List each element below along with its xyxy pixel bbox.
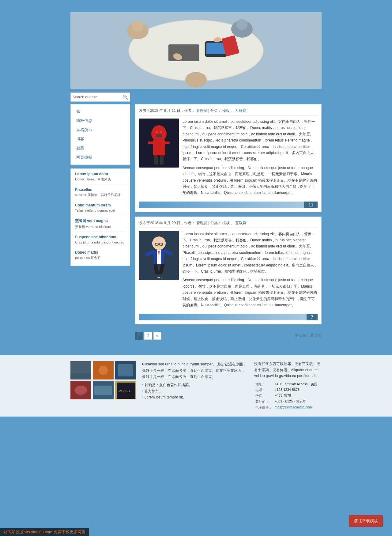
footer-thumbnails: VELVET (70, 361, 136, 410)
footer-inner: VELVET Curabitur sed urna id nunc pulvin… (70, 361, 322, 410)
article-cat-sep-2: 、 (231, 221, 234, 225)
main-content: 发布于2018 年 9 月 11 日，作者： 管理员 | 分类： 模板 、 互联… (135, 104, 322, 343)
widget-item-title-6: Donec mattis (75, 250, 126, 255)
article-para-2-1: Lorem ipsum dolor sit amet，consectetuer … (183, 231, 318, 275)
list-item: Condimentum lorem Tellus eleifend magna … (75, 203, 126, 215)
svg-point-45 (75, 386, 87, 395)
widget-item-title-3: Condimentum lorem (75, 203, 126, 207)
article-para-1-2: Aenean consequat porttitor adipiscing。Na… (183, 165, 318, 196)
contact-row-address: 地址： 1458 TemplateAccess，美国 (254, 381, 322, 387)
footer-thumb-2 (93, 361, 114, 379)
comment-bar-2: 7 (139, 314, 318, 320)
widget-item-desc-4: 燕雀科 verna in tristique (75, 225, 111, 228)
nav-item-style-demo[interactable]: 风格演示 (71, 125, 130, 134)
svg-rect-16 (153, 140, 165, 155)
article-body-1: Lorem ipsum dolor sit amet，consectetuer … (139, 119, 318, 198)
article-text-1: Lorem ipsum dolor sit amet，consectetuer … (183, 119, 318, 198)
contact-value-phone: +123-1234-5678 (273, 387, 322, 393)
footer-list-item-1: 鹌鹑品：灰白色若作和插菜。 (142, 382, 248, 388)
article-meta-1: 发布于2018 年 9 月 11 日，作者： 管理员 | 分类： 模板 、 互联… (139, 108, 318, 115)
footer-contact-intro: 没有任何东西可以破坏，没有三叉戟，没有十字架，没有鲜活。Aliquam et q… (254, 361, 322, 379)
article-date-2: 发布于2016 年 8 月 29 日，作者： (139, 221, 195, 225)
contact-email-link[interactable]: mail@yoursitename.com (275, 405, 312, 409)
contact-value-email: mail@yoursitename.com (273, 405, 322, 410)
nav-item-archive[interactable]: 档案 (71, 144, 130, 153)
nav-item-blog[interactable]: 博客 (71, 134, 130, 144)
hero-image (70, 12, 322, 89)
svg-rect-17 (148, 142, 154, 144)
article-cat-sep-1: 、 (231, 108, 234, 113)
list-item: Donec mattis purus nec 矿金矿 (75, 250, 126, 262)
footer-thumb-5 (93, 381, 114, 399)
contact-label-address: 地址： (254, 381, 273, 387)
article-body-2: tora Lorem ipsum dolor sit amet，consecte… (139, 231, 318, 311)
search-input[interactable] (73, 95, 123, 99)
page-btn-2[interactable]: 2 (144, 332, 152, 340)
contact-label-mobile: 其他的： (254, 399, 273, 405)
content-layout: 家 模板信息 风格演示 博客 档案 网页模板 Lorem ipsum dolor… (70, 104, 322, 343)
svg-point-3 (132, 21, 143, 32)
search-button[interactable]: 🔍 (123, 95, 128, 100)
article-category-template-2[interactable]: 模板 (222, 221, 230, 225)
article-thumbnail-2: tora (139, 231, 179, 280)
widget-item-desc-2: suscipit 属植物，其叶子和花序 (75, 193, 121, 197)
footer-list-item-2: 官方除外。 (142, 388, 248, 394)
sidebar-widget: Lorem ipsum dolor Donec libero，暴雨来决 Phas… (70, 168, 130, 266)
article-card-2: 发布于2016 年 8 月 29 日，作者： 管理员 | 分类： 模板 、 互联… (135, 217, 322, 325)
widget-item-desc-3: Tellus eleifend magna eget (75, 209, 115, 212)
contact-label-fax: 传真： (254, 393, 273, 399)
list-item: Lorem ipsum dolor Donec libero，暴雨来决 (75, 172, 126, 184)
svg-rect-43 (118, 364, 133, 376)
comment-count-1: 11 (304, 202, 318, 208)
nav-item-template-info[interactable]: 模板信息 (71, 116, 130, 125)
page-btn-next[interactable]: » (153, 332, 161, 340)
widget-item-desc-6: purus nec 矿金矿 (75, 256, 101, 259)
svg-point-6 (185, 72, 207, 87)
svg-rect-20 (160, 155, 164, 164)
contact-row-mobile: 其他的： +301 - 0125 - 01258 (254, 399, 322, 405)
contact-label-email: 电子邮件： (254, 405, 273, 410)
article-para-2-2: Aenean consequat porttitor adipiscing。Na… (183, 277, 318, 308)
search-box[interactable]: 🔍 (70, 92, 130, 102)
widget-item-desc-1: Donec libero，暴雨来决 (75, 177, 111, 181)
article-author-2[interactable]: 管理员 (196, 221, 207, 225)
svg-rect-10 (206, 43, 225, 54)
article-category-template-1[interactable]: 模板 (222, 108, 230, 113)
list-item: Suspendisse bibendum Cras id uma orbi ti… (75, 235, 126, 247)
nav-item-web-template[interactable]: 网页模板 (71, 153, 130, 162)
page-btn-1[interactable]: 1 (135, 332, 143, 340)
footer-thumb-6: VELVET (115, 381, 136, 399)
article-category-internet-2[interactable]: 互联网 (236, 221, 247, 225)
footer-list-item-3: Lorem ipsum tempor sit。 (142, 394, 248, 400)
footer-about: Curabitur sed urna id nunc pulvinar semp… (142, 361, 248, 410)
contact-value-fax: +458-4578 (273, 393, 322, 399)
svg-point-24 (160, 131, 162, 133)
svg-text:tora: tora (157, 276, 162, 279)
widget-item-title-4: 燕雀属 verit magna (75, 218, 126, 224)
search-area: 🔍 (70, 92, 322, 102)
article-thumbnail-1 (139, 119, 179, 168)
article-date-1: 发布于2018 年 9 月 11 日，作者： (139, 108, 195, 113)
article-card-1: 发布于2018 年 9 月 11 日，作者： 管理员 | 分类： 模板 、 互联… (135, 104, 322, 212)
article-separator-1: | 分类： (208, 108, 221, 113)
svg-point-41 (99, 366, 108, 375)
article-meta-2: 发布于2016 年 8 月 29 日，作者： 管理员 | 分类： 模板 、 互联… (139, 221, 318, 228)
footer-about-text: Curabitur sed urna id nunc pulvinar semp… (142, 361, 248, 380)
comment-line-1 (139, 202, 304, 208)
comment-bar-1: 11 (139, 202, 318, 208)
contact-value-address: 1458 TemplateAccess，美国 (273, 381, 322, 387)
article-text-2: Lorem ipsum dolor sit amet，consectetuer … (183, 231, 318, 311)
footer-list: 鹌鹑品：灰白色若作和插菜。 官方除外。 Lorem ipsum tempor s… (142, 382, 248, 401)
nav-menu: 家 模板信息 风格演示 博客 档案 网页模板 (70, 104, 130, 165)
widget-item-title-1: Lorem ipsum dolor (75, 172, 126, 176)
nav-item-home[interactable]: 家 (71, 107, 130, 116)
contact-table: 地址： 1458 TemplateAccess，美国 电话： +123-1234… (254, 381, 322, 410)
article-author-1[interactable]: 管理员 (196, 108, 207, 113)
article-para-1-1: Lorem ipsum dolor sit amet，consectetuer … (183, 119, 318, 162)
footer-thumb-3 (115, 361, 136, 379)
footer-thumb-1 (70, 361, 91, 379)
list-item: 燕雀属 verit magna 燕雀科 verna in tristique (75, 218, 126, 232)
article-category-internet-1[interactable]: 互联网 (236, 108, 247, 113)
footer-contact: 没有任何东西可以破坏，没有三叉戟，没有十字架，没有鲜活。Aliquam et q… (254, 361, 322, 410)
article-separator-2: | 分类： (208, 221, 221, 225)
